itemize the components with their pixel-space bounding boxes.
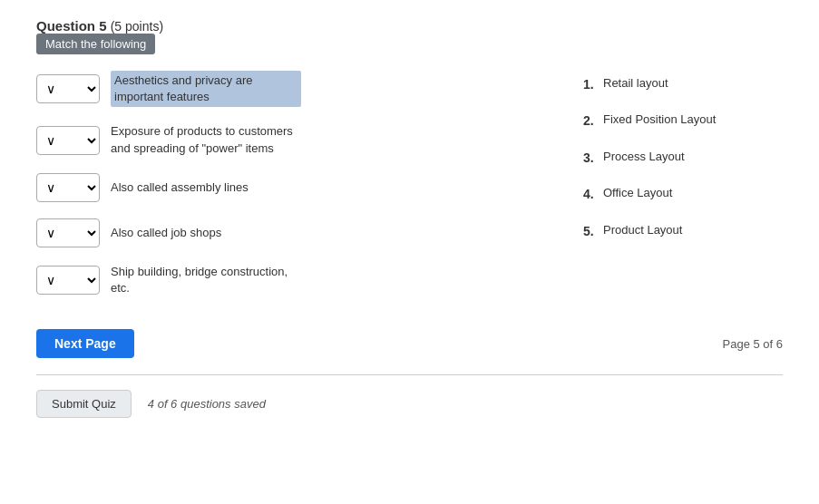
right-item-num-3: 3. bbox=[583, 148, 603, 168]
actions-row: Next Page Page 5 of 6 bbox=[36, 329, 783, 358]
dropdown-5[interactable]: ∨12345 bbox=[36, 266, 100, 295]
submit-quiz-button[interactable]: Submit Quiz bbox=[36, 390, 132, 418]
right-item-label-3: Process Layout bbox=[603, 148, 685, 167]
right-item-num-4: 4. bbox=[583, 184, 603, 204]
question-label: Question 5 bbox=[36, 18, 107, 34]
question-points: (5 points) bbox=[111, 19, 163, 34]
left-item: ∨12345Aesthetics and privacy are importa… bbox=[36, 71, 547, 107]
right-item-num-5: 5. bbox=[583, 221, 603, 241]
left-item-text-1: Aesthetics and privacy are important fea… bbox=[111, 71, 301, 107]
left-item: ∨12345Also called assembly lines bbox=[36, 173, 547, 202]
left-item-text-5: Ship building, bridge construction, etc. bbox=[111, 264, 301, 296]
page-info: Page 5 of 6 bbox=[723, 337, 784, 351]
match-container: ∨12345Aesthetics and privacy are importa… bbox=[36, 71, 783, 296]
right-item-num-1: 1. bbox=[583, 74, 603, 94]
right-item-5: 5.Product Layout bbox=[583, 221, 783, 241]
right-item-2: 2.Fixed Position Layout bbox=[583, 111, 783, 131]
left-item-text-2: Exposure of products to customers and sp… bbox=[111, 123, 301, 156]
right-item-label-1: Retail layout bbox=[603, 74, 668, 93]
dropdown-2[interactable]: ∨12345 bbox=[36, 126, 100, 155]
question-header: Question 5 (5 points) bbox=[36, 18, 783, 34]
left-item: ∨12345Also called job shops bbox=[36, 218, 547, 247]
divider bbox=[36, 374, 783, 375]
right-item-label-4: Office Layout bbox=[603, 184, 672, 203]
dropdown-3[interactable]: ∨12345 bbox=[36, 173, 100, 202]
right-item-label-5: Product Layout bbox=[603, 221, 682, 240]
dropdown-4[interactable]: ∨12345 bbox=[36, 218, 100, 247]
dropdown-1[interactable]: ∨12345 bbox=[36, 74, 100, 103]
instruction-badge: Match the following bbox=[36, 34, 155, 54]
right-column: 1.Retail layout2.Fixed Position Layout3.… bbox=[583, 71, 783, 296]
left-column: ∨12345Aesthetics and privacy are importa… bbox=[36, 71, 547, 296]
left-item-text-3: Also called assembly lines bbox=[111, 179, 249, 196]
right-item-4: 4.Office Layout bbox=[583, 184, 783, 204]
next-page-button[interactable]: Next Page bbox=[36, 329, 134, 358]
saved-info: 4 of 6 questions saved bbox=[148, 397, 266, 411]
right-item-label-2: Fixed Position Layout bbox=[603, 111, 716, 130]
left-item: ∨12345Exposure of products to customers … bbox=[36, 123, 547, 156]
left-item-text-4: Also called job shops bbox=[111, 225, 221, 241]
right-item-1: 1.Retail layout bbox=[583, 74, 783, 94]
right-item-num-2: 2. bbox=[583, 111, 603, 131]
footer-row: Submit Quiz 4 of 6 questions saved bbox=[36, 390, 783, 418]
right-item-3: 3.Process Layout bbox=[583, 148, 783, 168]
left-item: ∨12345Ship building, bridge construction… bbox=[36, 264, 547, 296]
